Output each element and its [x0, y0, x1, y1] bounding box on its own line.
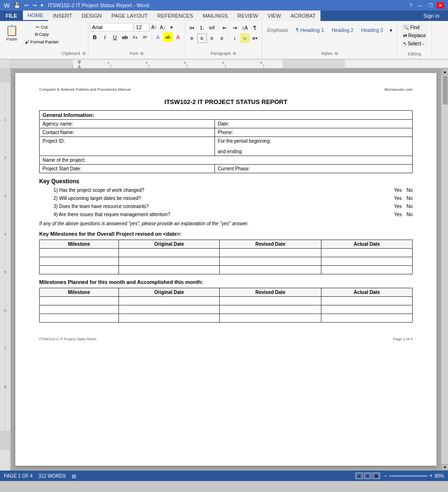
tab-home[interactable]: HOME: [23, 10, 48, 21]
save-quick-btn[interactable]: 💾: [12, 2, 22, 9]
tab-view[interactable]: VIEW: [263, 10, 286, 21]
yes-explanation-text: If any of the above questions is answere…: [39, 221, 413, 226]
ribbon-tabs: HOME INSERT DESIGN PAGE LAYOUT REFERENCE…: [23, 10, 320, 21]
document-scroll-area[interactable]: Computer & Network Policies and Procedur…: [11, 68, 441, 471]
style-heading1[interactable]: ¶ Heading 1: [292, 26, 327, 34]
tab-page-layout[interactable]: PAGE LAYOUT: [107, 10, 152, 21]
align-left-btn[interactable]: ≡: [187, 33, 197, 43]
close-btn[interactable]: ✕: [437, 2, 444, 9]
para-controls: ≡• 1. ≡# ⇤ ⇥ ↕A ¶ ≡ ≡ ≡ ≡ ↕ ▭: [187, 23, 260, 43]
maximize-btn[interactable]: ❐: [427, 2, 435, 9]
scroll-up-btn[interactable]: ▲: [442, 68, 448, 75]
read-view-btn[interactable]: ▦: [373, 472, 380, 479]
agency-name-label: Agency name:: [40, 120, 215, 128]
style-heading2[interactable]: Heading 2: [329, 26, 357, 34]
style-emphasis[interactable]: Emphasis: [264, 26, 292, 34]
tab-review[interactable]: REVIEW: [233, 10, 263, 21]
font-size-input[interactable]: [134, 23, 149, 31]
superscript-button[interactable]: X²: [140, 32, 150, 42]
table-row: [40, 314, 413, 323]
q4-yes: Yes: [394, 212, 402, 217]
paste-button[interactable]: 📋 Paste: [2, 23, 21, 43]
decrease-indent-btn[interactable]: ⇤: [220, 23, 230, 32]
print-view-btn[interactable]: ▤: [355, 472, 363, 479]
subscript-button[interactable]: X₂: [130, 32, 140, 42]
question-3-text: 3) Does the team have resource constrain…: [53, 204, 389, 209]
file-tab[interactable]: FILE: [0, 11, 23, 21]
replace-button[interactable]: ⇄ Replace: [401, 32, 428, 39]
font-color-btn[interactable]: A: [173, 32, 183, 42]
help-btn[interactable]: ?: [407, 2, 414, 9]
web-view-btn[interactable]: ⊞: [364, 472, 372, 479]
cut-button[interactable]: ✂ Cut: [22, 24, 61, 31]
italic-button[interactable]: I: [100, 32, 110, 42]
borders-btn[interactable]: ⊞▾: [250, 33, 260, 43]
zoom-slider[interactable]: [389, 475, 427, 477]
font-shrink-btn[interactable]: A↓: [159, 23, 167, 31]
word-icon: W: [4, 2, 10, 9]
zoom-in-btn[interactable]: +: [429, 472, 433, 479]
find-button[interactable]: 🔍 Find: [401, 24, 428, 31]
show-hide-btn[interactable]: ¶: [250, 23, 260, 32]
tab-mailings[interactable]: MAILINGS: [198, 10, 233, 21]
paste-label: Paste: [6, 37, 17, 42]
increase-indent-btn[interactable]: ⇥: [230, 23, 240, 32]
tab-insert[interactable]: INSERT: [48, 10, 77, 21]
quick-access-toolbar: 💾 ↩ ↪ ▾: [12, 2, 45, 9]
table-row: [40, 249, 413, 257]
font-name-input[interactable]: [90, 23, 133, 31]
tab-references[interactable]: REFERENCES: [152, 10, 198, 21]
undo-quick-btn[interactable]: ↩: [23, 2, 30, 9]
numbering-btn[interactable]: 1.: [197, 23, 207, 32]
bullets-btn[interactable]: ≡•: [187, 23, 197, 32]
clear-format-btn[interactable]: ✦: [168, 23, 175, 31]
right-scrollbar[interactable]: ▲ ▼: [441, 68, 448, 471]
format-painter-button[interactable]: 🖌 Format Painter: [22, 39, 61, 45]
minimize-btn[interactable]: —: [416, 2, 425, 9]
replace-icon: ⇄: [403, 33, 407, 38]
milestones1-table: Milestone Original Date Revised Date Act…: [39, 240, 413, 274]
doc-indicator: ▤: [72, 473, 76, 479]
highlight-btn[interactable]: ab: [163, 32, 173, 42]
line-spacing-btn[interactable]: ↕: [230, 33, 240, 43]
tab-design[interactable]: DESIGN: [77, 10, 107, 21]
copy-button[interactable]: ⧉ Copy: [22, 31, 61, 38]
redo-quick-btn[interactable]: ↪: [31, 2, 38, 9]
styles-more-btn[interactable]: ▾: [387, 23, 395, 37]
editing-controls: 🔍 Find ⇄ Replace ↖ Select -: [399, 23, 430, 48]
table-row: [40, 305, 413, 314]
footer-left: ITSW102-2 IT Project Statu Reort: [39, 337, 96, 341]
bold-button[interactable]: B: [90, 32, 100, 42]
scroll-down-btn[interactable]: ▼: [442, 464, 448, 471]
customize-quick-btn[interactable]: ▾: [39, 2, 45, 9]
question-3-row: 3) Does the team have resource constrain…: [53, 204, 413, 209]
clipboard-inner: 📋 Paste ✂ Cut ⧉ Copy 🖌 Format Painter: [2, 23, 61, 45]
milestones2-table: Milestone Original Date Revised Date Act…: [39, 288, 413, 323]
status-bar: PAGE 1 OF 4 312 WORDS ▤ ▤ ⊞ ▦ − + 80%: [0, 471, 448, 481]
underline-button[interactable]: U: [110, 32, 120, 42]
justify-btn[interactable]: ≡: [217, 33, 227, 43]
select-dropdown[interactable]: ↖ Select -: [401, 40, 428, 47]
sep3: [228, 33, 229, 42]
tab-acrobat[interactable]: ACROBAT: [286, 10, 320, 21]
zoom-out-btn[interactable]: −: [384, 472, 387, 479]
select-label: Select -: [408, 41, 424, 46]
multilevel-btn[interactable]: ≡#: [207, 23, 217, 32]
scroll-track[interactable]: [442, 75, 448, 463]
text-effects-btn[interactable]: A: [153, 32, 163, 42]
q3-yes: Yes: [394, 204, 402, 209]
sort-btn[interactable]: ↕A: [240, 23, 250, 32]
strikethrough-button[interactable]: ab: [120, 32, 130, 42]
font-grow-btn[interactable]: A↑: [150, 23, 158, 31]
document-page: Computer & Network Policies and Procedur…: [15, 73, 437, 466]
align-right-btn[interactable]: ≡: [207, 33, 217, 43]
scroll-thumb[interactable]: [443, 76, 448, 105]
align-center-btn[interactable]: ≡: [197, 33, 207, 43]
editing-group: 🔍 Find ⇄ Replace ↖ Select - Editing: [397, 22, 432, 58]
style-heading3[interactable]: Heading 3: [358, 26, 386, 34]
shading-btn[interactable]: ▭: [240, 33, 250, 43]
sign-in-link[interactable]: Sign in: [418, 11, 444, 21]
paste-icon: 📋: [5, 24, 18, 37]
ruler-main: 1 2 3 4 5: [11, 60, 448, 68]
m1-col-milestone: Milestone: [40, 240, 119, 249]
